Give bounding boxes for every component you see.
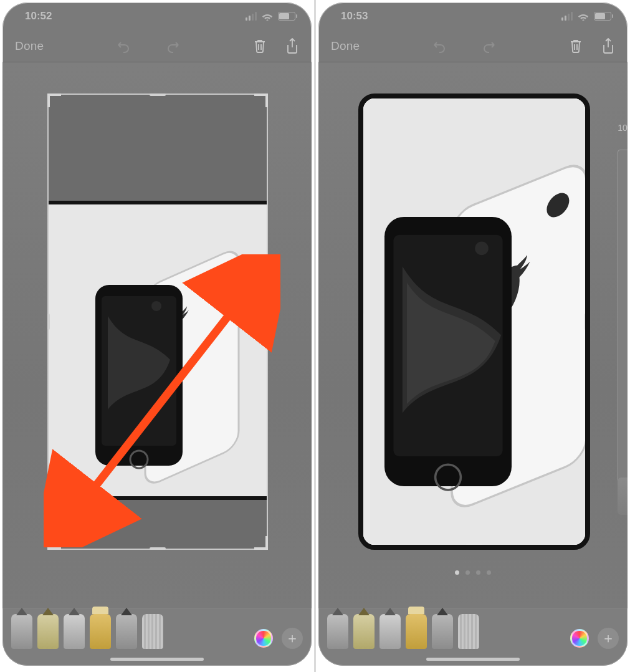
wifi-icon [262,12,273,21]
tool-pencil[interactable] [64,614,85,649]
tool-marker[interactable] [37,614,59,649]
crop-handle-right[interactable] [265,314,268,330]
cellular-icon [246,12,257,21]
trash-icon[interactable] [569,38,583,54]
crop-handle-left[interactable] [47,314,50,330]
crop-frame[interactable] [47,94,268,550]
wifi-icon [578,12,589,21]
screenshot-frame[interactable] [358,94,590,550]
screenshot-thumbnail[interactable] [49,201,267,500]
page-dot-2 [465,570,470,575]
add-icon[interactable]: ＋ [598,628,619,649]
trash-icon[interactable] [253,38,267,54]
crop-handle-br[interactable] [254,536,268,550]
tool-pens [327,614,479,649]
crop-handle-top[interactable] [466,97,482,100]
undo-icon[interactable] [432,39,447,54]
battery-icon [278,12,295,21]
markup-toolbar: ＋ [2,608,312,666]
tool-lasso[interactable] [432,614,453,649]
color-picker-icon[interactable] [570,629,589,648]
tool-ruler[interactable] [142,614,163,649]
status-time: 10:52 [25,10,52,22]
redo-icon[interactable] [482,39,497,54]
nav-bar: Done [2,30,312,62]
share-icon[interactable] [601,38,615,54]
add-icon[interactable]: ＋ [282,628,303,649]
markup-toolbar: ＋ [318,608,628,666]
screenshot-right: 10:53 Done [318,2,628,666]
crop-handle-bottom[interactable] [150,547,166,550]
tool-pens [11,614,163,649]
tool-marker[interactable] [353,614,375,649]
page-dot-3 [476,570,480,575]
markup-canvas[interactable] [2,62,312,608]
crop-handle-br[interactable] [573,532,586,546]
status-bar: 10:53 [318,2,628,30]
crop-handle-top[interactable] [150,94,166,96]
screenshot-separator [314,0,316,672]
tool-eraser[interactable] [90,614,111,649]
crop-handle-tl[interactable] [47,94,61,107]
cellular-icon [561,12,573,21]
svg-point-5 [151,301,161,311]
status-time: 10:53 [341,10,368,22]
status-indicators [561,12,611,21]
tool-pencil[interactable] [379,614,401,649]
status-indicators [246,12,295,21]
crop-handle-left[interactable] [362,314,365,330]
share-icon[interactable] [285,38,299,54]
battery-icon [594,12,611,21]
tool-ruler[interactable] [458,614,479,649]
crop-handle-bottom[interactable] [466,544,482,546]
redo-icon[interactable] [166,39,181,54]
svg-point-13 [475,242,489,256]
crop-handle-tl[interactable] [362,97,376,111]
tool-pen[interactable] [327,614,348,649]
crop-handle-tr[interactable] [254,94,268,107]
product-illustration [362,110,586,534]
nav-bar: Done [318,30,628,62]
page-dot-4 [487,570,491,575]
screenshot-left: 10:52 Done [2,2,312,666]
home-indicator[interactable] [426,658,520,661]
status-bar: 10:52 [2,2,312,30]
done-button[interactable]: Done [15,39,44,53]
page-dot-1 [455,570,459,575]
next-page-tool-peek [618,478,628,515]
tool-eraser[interactable] [406,614,427,649]
peek-time: 10: [618,120,628,136]
markup-canvas[interactable]: 10: Don [318,62,628,608]
crop-handle-bl[interactable] [47,536,61,550]
undo-icon[interactable] [116,39,131,54]
crop-handle-bl[interactable] [362,532,376,546]
crop-handle-tr[interactable] [573,97,586,111]
tool-pen[interactable] [11,614,32,649]
color-picker-icon[interactable] [254,629,273,648]
page-indicator [318,570,628,575]
crop-handle-right[interactable] [584,314,586,330]
product-illustration [64,216,251,484]
done-button[interactable]: Done [331,39,360,53]
home-indicator[interactable] [110,658,204,661]
next-page-edge[interactable] [618,150,628,499]
tool-lasso[interactable] [116,614,137,649]
